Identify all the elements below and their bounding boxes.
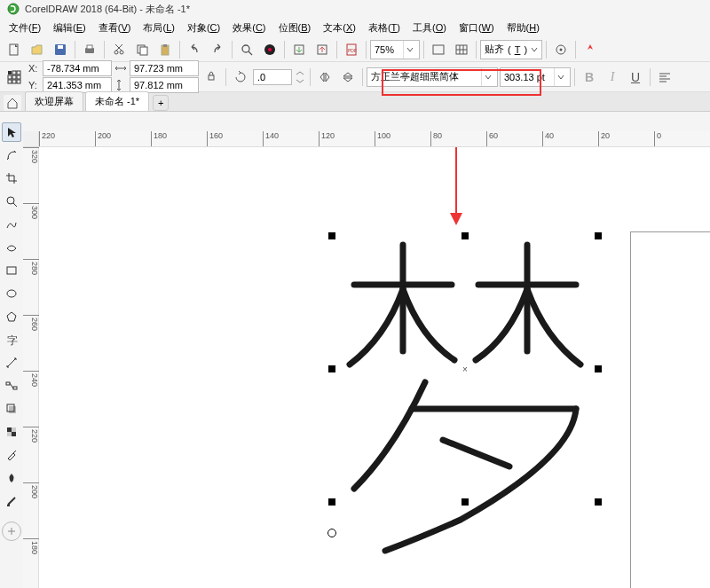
horizontal-ruler[interactable]: 220200180160140120100806040200: [39, 131, 710, 147]
connector-tool[interactable]: [2, 376, 21, 396]
handle-w[interactable]: [328, 365, 335, 372]
zoom-combo[interactable]: 75%: [370, 40, 420, 59]
menu-table[interactable]: 表格(T): [363, 20, 406, 36]
crop-tool[interactable]: [2, 169, 21, 188]
transparency-tool[interactable]: [2, 422, 21, 442]
tab-document[interactable]: 未命名 -1*: [85, 91, 149, 111]
print-button[interactable]: [79, 39, 100, 60]
artistic-media-tool[interactable]: [2, 238, 21, 257]
rectangle-tool[interactable]: [2, 261, 21, 280]
drop-shadow-tool[interactable]: [2, 399, 21, 419]
snap-combo[interactable]: 贴齐(T): [480, 40, 542, 59]
menu-file[interactable]: 文件(F): [4, 20, 46, 36]
separator: [366, 41, 367, 59]
polygon-tool[interactable]: [2, 307, 21, 326]
handle-se[interactable]: [595, 498, 602, 506]
eyedropper-tool[interactable]: [2, 445, 21, 465]
bold-button[interactable]: B: [579, 67, 600, 88]
menu-help[interactable]: 帮助(H): [501, 20, 545, 36]
lock-ratio-button[interactable]: [201, 67, 222, 88]
tab-welcome[interactable]: 欢迎屏幕: [25, 91, 83, 111]
italic-button[interactable]: I: [602, 67, 623, 88]
text-tool[interactable]: 字: [2, 330, 21, 349]
freehand-tool[interactable]: [2, 215, 21, 234]
svg-rect-28: [17, 75, 20, 79]
shape-tool[interactable]: [2, 145, 21, 165]
redo-button[interactable]: [207, 39, 228, 60]
ruler-tick: 40: [542, 131, 554, 147]
zoom-tool[interactable]: [2, 192, 21, 211]
selection-center-icon: ×: [461, 365, 469, 373]
menu-view[interactable]: 查看(V): [93, 20, 137, 36]
separator: [284, 41, 285, 59]
svg-rect-31: [17, 80, 20, 83]
ellipse-tool[interactable]: [2, 284, 21, 303]
tab-home-icon[interactable]: [4, 95, 21, 111]
ruler-tick: 20: [598, 131, 610, 147]
handle-nw[interactable]: [328, 232, 335, 239]
outline-tool[interactable]: [2, 491, 21, 511]
pick-tool[interactable]: [2, 122, 21, 142]
handle-n[interactable]: [462, 232, 469, 239]
menu-object[interactable]: 对象(C): [182, 20, 225, 36]
add-tool-button[interactable]: [2, 521, 21, 541]
copy-button[interactable]: [131, 39, 153, 60]
svg-rect-29: [8, 80, 12, 83]
interactive-fill-tool[interactable]: [2, 468, 21, 488]
handle-sw[interactable]: [328, 498, 335, 506]
ruler-tick: 100: [375, 131, 390, 147]
svg-rect-26: [8, 75, 12, 79]
launch-button[interactable]: [580, 39, 601, 60]
object-origin-button[interactable]: [4, 67, 25, 88]
cut-button[interactable]: [108, 39, 130, 60]
menu-window[interactable]: 窗口(W): [454, 20, 500, 36]
mirror-v-button[interactable]: [337, 67, 359, 88]
parallel-dimension-tool[interactable]: [2, 353, 21, 372]
menu-edit[interactable]: 编辑(E): [48, 20, 91, 36]
ruler-tick: 220: [23, 427, 39, 443]
handle-ne[interactable]: [595, 232, 602, 239]
ruler-corner[interactable]: [23, 131, 39, 147]
publish-pdf-button[interactable]: PDF: [341, 39, 362, 60]
options-button[interactable]: [550, 39, 572, 60]
menu-layout[interactable]: 布局(L): [138, 20, 179, 36]
save-button[interactable]: [50, 39, 71, 60]
open-button[interactable]: [27, 39, 48, 60]
paste-button[interactable]: [154, 39, 176, 60]
separator: [104, 41, 105, 59]
svg-rect-32: [209, 75, 214, 80]
export-button[interactable]: [312, 39, 333, 60]
x-position-field[interactable]: [43, 60, 112, 76]
tab-add-button[interactable]: +: [153, 95, 169, 111]
ruler-tick: 280: [23, 259, 39, 275]
menu-tools[interactable]: 工具(O): [407, 20, 452, 36]
import-button[interactable]: [288, 39, 310, 60]
grid-button[interactable]: [451, 39, 472, 60]
record-button[interactable]: [259, 39, 280, 60]
rotation-field[interactable]: [253, 69, 292, 85]
drawing-canvas[interactable]: ×: [39, 147, 710, 588]
handle-e[interactable]: [595, 365, 602, 372]
text-align-button[interactable]: [654, 67, 675, 88]
svg-point-12: [242, 45, 249, 52]
font-family-combo[interactable]: 方正兰亭超细黑简体: [367, 67, 498, 87]
ruler-tick: 60: [486, 131, 498, 147]
mirror-h-button[interactable]: [314, 67, 335, 88]
menu-bitmap[interactable]: 位图(B): [273, 20, 317, 36]
underline-button[interactable]: U: [625, 67, 646, 88]
undo-button[interactable]: [184, 39, 205, 60]
ruler-tick: 200: [95, 131, 111, 147]
svg-point-6: [114, 51, 118, 54]
width-field[interactable]: [130, 60, 199, 76]
vertical-ruler[interactable]: 320300280260240220200180160: [23, 147, 39, 588]
new-button[interactable]: [4, 39, 25, 60]
ruler-tick: 140: [263, 131, 279, 147]
handle-s[interactable]: [462, 498, 469, 506]
font-size-combo[interactable]: 303.13 pt: [500, 67, 571, 87]
menu-effect[interactable]: 效果(C): [227, 20, 271, 36]
zoom-value: 75%: [375, 44, 403, 55]
menu-text[interactable]: 文本(X): [318, 20, 361, 36]
fullscreen-button[interactable]: [428, 39, 449, 60]
rotation-stepper[interactable]: [294, 67, 306, 88]
search-button[interactable]: [236, 39, 257, 60]
